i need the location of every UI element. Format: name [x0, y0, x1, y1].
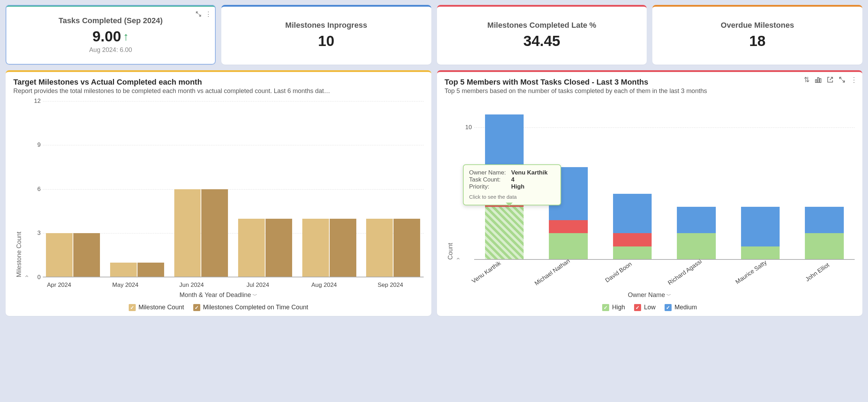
trend-up-icon: ↑	[123, 31, 129, 42]
bar-segment-medium[interactable]	[677, 207, 715, 233]
chart-type-icon[interactable]	[815, 76, 822, 84]
bar-segment-low[interactable]	[549, 220, 587, 233]
bar-segment[interactable]	[73, 233, 100, 277]
x-tick-label: Jul 2024	[225, 282, 291, 289]
y-tick-label: 6	[30, 186, 41, 193]
x-tick-label: May 2024	[92, 282, 159, 289]
bar-segment[interactable]	[330, 219, 356, 277]
bar-segment-medium[interactable]	[805, 207, 843, 233]
tooltip-val-owner: Venu Karthik	[511, 169, 548, 176]
kpi-title: Tasks Completed (Sep 2024)	[59, 16, 163, 25]
legend-swatch: ✓	[129, 304, 136, 311]
bar-group[interactable]	[602, 101, 663, 260]
bar-group[interactable]	[730, 101, 791, 260]
x-tick-label: Apr 2024	[26, 282, 92, 289]
bar-group[interactable]	[43, 101, 103, 277]
y-tick-label: 0	[30, 274, 41, 281]
bar-group[interactable]	[363, 101, 424, 277]
legend-item-high[interactable]: ✓High	[602, 304, 625, 311]
expand-icon[interactable]	[839, 76, 846, 84]
kpi-value: 9.00↑	[93, 28, 129, 45]
expand-y-axis-icon[interactable]: ›	[454, 101, 462, 260]
kpi-title: Overdue Milestones	[721, 21, 794, 30]
x-tick-label: Sep 2024	[357, 282, 424, 289]
bar-group[interactable]	[299, 101, 359, 277]
bar-segment-high[interactable]	[485, 207, 524, 260]
chart-subtitle: Top 5 members based on the number of tas…	[445, 87, 855, 95]
tooltip-key-owner: Owner Name:	[469, 169, 508, 176]
tooltip-val-count: 4	[511, 176, 514, 183]
y-tick-label: 3	[30, 230, 41, 237]
kebab-menu-icon[interactable]: ⋮	[205, 11, 211, 18]
svg-rect-2	[820, 79, 821, 83]
chart-legend: ✓High ✓Low ✓Medium	[445, 304, 855, 311]
bar-group[interactable]	[794, 101, 855, 260]
bar-segment[interactable]	[238, 219, 265, 277]
legend-swatch: ✓	[602, 304, 609, 311]
chart-tooltip[interactable]: Owner Name:Venu Karthik Task Count:4 Pri…	[463, 164, 561, 205]
bar-segment-low[interactable]	[613, 233, 652, 246]
y-tick-label: 9	[30, 141, 41, 149]
y-tick-label: 10	[462, 124, 472, 131]
x-axis-label[interactable]: Month & Year of Deadline﹀	[13, 291, 424, 299]
chart-subtitle: Report provides the total milestones to …	[13, 87, 424, 95]
y-tick-label: 12	[30, 98, 41, 105]
bar-segment[interactable]	[174, 189, 201, 277]
legend-item-low[interactable]: ✓Low	[634, 304, 655, 311]
chart-card-target-vs-actual[interactable]: Target Milestones vs Actual Completed ea…	[6, 70, 431, 316]
bar-segment[interactable]	[137, 263, 164, 277]
kpi-card-0[interactable]: ⋮Tasks Completed (Sep 2024)9.00↑Aug 2024…	[6, 5, 216, 65]
svg-rect-0	[815, 80, 817, 83]
kpi-title: Milestones Completed Late %	[487, 21, 597, 30]
kpi-value: 10	[318, 33, 335, 50]
legend-item-completed-on-time[interactable]: ✓Milestones Completed on Time Count	[193, 304, 308, 311]
kpi-card-3[interactable]: Overdue Milestones18	[652, 5, 862, 65]
bar-segment[interactable]	[393, 219, 420, 277]
bar-segment-medium[interactable]	[613, 194, 652, 233]
y-axis-label: Milestone Count	[13, 101, 23, 277]
sort-icon[interactable]: ⇅	[804, 76, 810, 84]
kpi-card-1[interactable]: Milestones Inprogress10	[221, 5, 431, 65]
bar-segment[interactable]	[201, 189, 228, 277]
kpi-value: 18	[749, 33, 766, 50]
bar-group[interactable]	[107, 101, 168, 277]
bar-segment[interactable]	[302, 219, 329, 277]
legend-swatch: ✓	[193, 304, 200, 311]
open-external-icon[interactable]	[827, 76, 834, 84]
bar-segment-high[interactable]	[549, 233, 587, 259]
bar-group[interactable]	[171, 101, 231, 277]
tooltip-key-count: Task Count:	[469, 176, 508, 183]
kebab-menu-icon[interactable]: ⋮	[850, 76, 857, 84]
bar-segment[interactable]	[265, 219, 292, 277]
bar-segment[interactable]	[366, 219, 393, 277]
y-axis-label: Count	[445, 101, 454, 260]
chevron-down-icon: ﹀	[253, 292, 257, 298]
bar-segment-medium[interactable]	[741, 207, 780, 246]
bar-group[interactable]	[235, 101, 296, 277]
kpi-title: Milestones Inprogress	[285, 21, 367, 30]
x-tick-label: Jun 2024	[159, 282, 225, 289]
tooltip-footnote: Click to see the data	[469, 194, 555, 200]
kpi-card-2[interactable]: Milestones Completed Late %34.45	[437, 5, 647, 65]
bar-segment[interactable]	[110, 263, 137, 277]
chart-card-top-members[interactable]: ⇅ ⋮ Top 5 Members with Most Tasks Closed…	[437, 70, 863, 316]
bar-segment[interactable]	[46, 233, 73, 277]
tooltip-val-priority: High	[511, 183, 525, 190]
kpi-subtext: Aug 2024: 6.00	[89, 46, 132, 54]
svg-rect-1	[817, 78, 819, 83]
legend-item-medium[interactable]: ✓Medium	[665, 304, 697, 311]
legend-swatch: ✓	[665, 304, 672, 311]
legend-swatch: ✓	[634, 304, 641, 311]
expand-icon[interactable]	[195, 11, 202, 18]
chart-title: Top 5 Members with Most Tasks Closed - L…	[445, 78, 855, 87]
chart-legend: ✓Milestone Count ✓Milestones Completed o…	[13, 304, 424, 311]
x-tick-label: Aug 2024	[291, 282, 357, 289]
bar-group[interactable]	[666, 101, 727, 260]
chart-title: Target Milestones vs Actual Completed ea…	[13, 78, 424, 87]
tooltip-key-priority: Priority:	[469, 183, 508, 190]
kpi-value: 34.45	[523, 33, 560, 50]
legend-item-milestone-count[interactable]: ✓Milestone Count	[129, 304, 184, 311]
expand-y-axis-icon[interactable]: ›	[23, 101, 30, 277]
